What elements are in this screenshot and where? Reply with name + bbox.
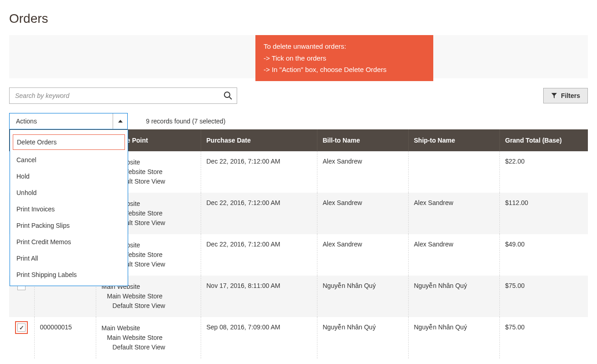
cell-ship: Nguyễn Nhân Quý <box>408 276 499 317</box>
svg-point-0 <box>224 92 230 97</box>
banner-area: To delete unwanted orders: -> Tick on th… <box>9 35 588 78</box>
cell-date: Dec 22, 2016, 7:12:00 AM <box>201 151 317 193</box>
menu-item-print-all[interactable]: Print All <box>10 250 128 267</box>
search-input[interactable] <box>9 87 237 104</box>
menu-item-delete-orders[interactable]: Delete Orders <box>13 134 125 150</box>
cell-bill: Alex Sandrew <box>317 234 408 276</box>
records-info: 9 records found (7 selected) <box>146 118 225 125</box>
cell-id: 000000015 <box>34 317 96 359</box>
menu-item-cancel[interactable]: Cancel <box>10 152 128 168</box>
table-row[interactable]: 000000015Main WebsiteMain Website StoreD… <box>9 317 588 359</box>
cell-bill: Nguyễn Nhân Quý <box>317 276 408 317</box>
col-header-bill[interactable]: Bill-to Name <box>317 129 408 151</box>
chevron-up-icon <box>118 120 123 123</box>
funnel-icon <box>551 92 557 99</box>
callout-line: -> Tick on the orders <box>264 52 425 64</box>
col-header-total[interactable]: Grand Total (Base) <box>499 129 588 151</box>
actions-menu: Delete Orders Cancel Hold Unhold Print I… <box>10 130 128 286</box>
filters-label: Filters <box>561 92 580 99</box>
cell-point: Main WebsiteMain Website StoreDefault St… <box>96 317 201 359</box>
cell-bill: Nguyễn Nhân Quý <box>317 317 408 359</box>
cell-total: $75.00 <box>499 276 588 317</box>
cell-date: Dec 22, 2016, 7:12:00 AM <box>201 193 317 234</box>
menu-item-print-credit-memos[interactable]: Print Credit Memos <box>10 234 128 250</box>
cell-bill: Alex Sandrew <box>317 151 408 193</box>
actions-label: Actions <box>10 118 113 125</box>
cell-ship: Alex Sandrew <box>408 234 499 276</box>
cell-total: $112.00 <box>499 193 588 234</box>
cell-total: $22.00 <box>499 151 588 193</box>
search-box <box>9 87 237 104</box>
menu-item-print-shipping-labels[interactable]: Print Shipping Labels <box>10 267 128 283</box>
row-checkbox[interactable] <box>17 323 26 332</box>
cell-date: Dec 22, 2016, 7:12:00 AM <box>201 234 317 276</box>
cell-date: Nov 17, 2016, 8:11:00 AM <box>201 276 317 317</box>
menu-item-print-invoices[interactable]: Print Invoices <box>10 201 128 217</box>
col-header-date[interactable]: Purchase Date <box>201 129 317 151</box>
menu-item-print-packing-slips[interactable]: Print Packing Slips <box>10 217 128 234</box>
cell-total: $49.00 <box>499 234 588 276</box>
actions-toggle[interactable] <box>113 113 127 129</box>
callout-line: -> In "Action" box, choose Delete Orders <box>264 64 425 76</box>
search-icon[interactable] <box>223 91 233 100</box>
callout-line: To delete unwanted orders: <box>264 41 425 52</box>
svg-line-1 <box>229 97 232 99</box>
cell-ship <box>408 151 499 193</box>
page-title: Orders <box>9 0 588 35</box>
cell-ship: Nguyễn Nhân Quý <box>408 317 499 359</box>
cell-bill: Alex Sandrew <box>317 193 408 234</box>
cell-ship: Alex Sandrew <box>408 193 499 234</box>
cell-date: Sep 08, 2016, 7:09:00 AM <box>201 317 317 359</box>
col-header-ship[interactable]: Ship-to Name <box>408 129 499 151</box>
filters-button[interactable]: Filters <box>543 88 588 103</box>
cell-total: $75.00 <box>499 317 588 359</box>
actions-dropdown[interactable]: Actions Delete Orders Cancel Hold Unhold… <box>9 113 128 129</box>
menu-item-unhold[interactable]: Unhold <box>10 185 128 201</box>
menu-item-hold[interactable]: Hold <box>10 168 128 185</box>
instruction-callout: To delete unwanted orders: -> Tick on th… <box>255 35 433 81</box>
